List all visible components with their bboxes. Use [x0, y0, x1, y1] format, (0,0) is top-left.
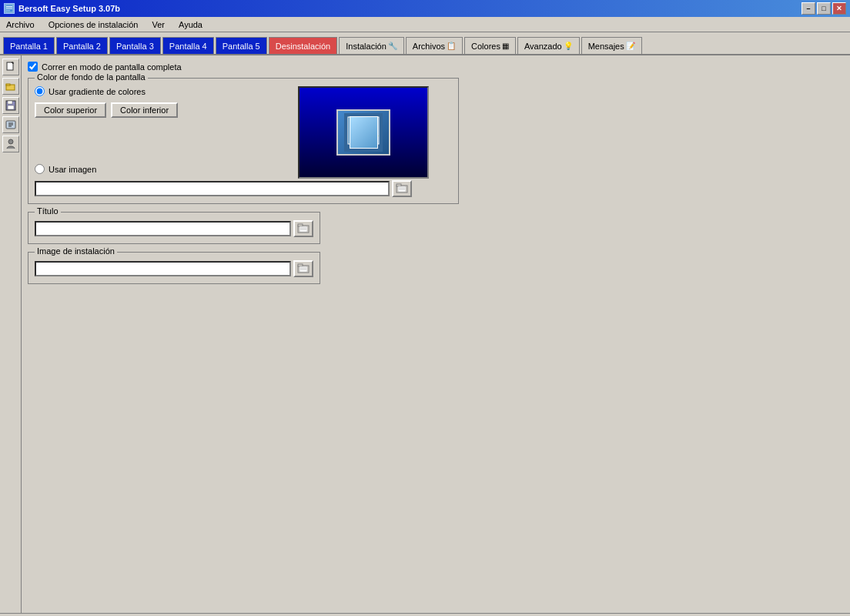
tab-pantalla1[interactable]: Pantalla 1 [3, 37, 55, 54]
svg-rect-21 [397, 184, 401, 186]
menu-ver[interactable]: Ver [149, 19, 168, 30]
svg-rect-9 [8, 101, 12, 104]
imagen-instalacion-input[interactable] [35, 261, 291, 276]
svg-rect-7 [6, 84, 10, 85]
imagen-instalacion-group: Image de instalación [28, 252, 320, 284]
imagen-instalacion-input-row [35, 260, 313, 277]
tab-pantalla4[interactable]: Pantalla 4 [162, 37, 214, 54]
fullscreen-label: Correr en modo de pantalla completa [42, 62, 182, 72]
title-bar-left: Bersoft Easy Setup 3.07b [4, 3, 120, 14]
svg-rect-17 [348, 117, 379, 144]
tab-pantalla2[interactable]: Pantalla 2 [56, 37, 108, 54]
svg-rect-31 [298, 264, 303, 266]
titulo-input[interactable] [35, 221, 291, 236]
radio-gradiente-label: Usar gradiente de colores [49, 87, 146, 96]
titulo-group: Título [28, 212, 320, 244]
radio-imagen[interactable] [35, 164, 45, 174]
imagen-instalacion-browse-button[interactable] [293, 260, 313, 277]
svg-rect-3 [6, 10, 10, 12]
close-button[interactable]: ✕ [832, 2, 846, 15]
svg-rect-32 [300, 266, 307, 272]
status-bar [0, 613, 850, 616]
color-fondo-inner: Usar gradiente de colores Color superior… [35, 86, 452, 197]
svg-rect-16 [344, 113, 383, 152]
titulo-legend: Título [35, 206, 61, 216]
tab-pantalla3[interactable]: Pantalla 3 [109, 37, 161, 54]
tab-avanzado[interactable]: Avanzado 💡 [517, 37, 580, 54]
save-icon[interactable] [2, 97, 19, 114]
svg-rect-2 [6, 8, 12, 10]
menu-ayuda[interactable]: Ayuda [176, 19, 206, 30]
open-icon[interactable] [2, 78, 19, 95]
imagen-instalacion-legend: Image de instalación [35, 246, 117, 256]
svg-point-15 [8, 139, 13, 144]
title-bar-title: Bersoft Easy Setup 3.07b [18, 4, 120, 13]
new-icon[interactable] [2, 59, 19, 75]
tabs-row: Pantalla 1 Pantalla 2 Pantalla 3 Pantall… [0, 32, 850, 55]
color-inferior-button[interactable]: Color inferior [111, 102, 178, 118]
svg-rect-18 [350, 119, 366, 139]
maximize-button[interactable]: □ [817, 2, 831, 15]
app-icon [4, 3, 15, 14]
fullscreen-checkbox-row: Correr en modo de pantalla completa [28, 62, 844, 72]
tab-pantalla5[interactable]: Pantalla 5 [216, 37, 267, 54]
usar-imagen-row [35, 180, 412, 197]
menu-opciones[interactable]: Opciones de instalación [45, 19, 142, 30]
titulo-input-row [35, 220, 313, 237]
title-bar-buttons: – □ ✕ [801, 2, 846, 15]
preview-image [336, 109, 390, 156]
svg-rect-27 [300, 226, 307, 232]
tab-mensajes[interactable]: Mensajes 📝 [581, 37, 642, 54]
svg-rect-1 [6, 6, 12, 8]
tab-instalacion[interactable]: Instalación 🔧 [339, 37, 404, 54]
minimize-button[interactable]: – [801, 2, 815, 15]
radio-imagen-label: Usar imagen [49, 165, 96, 174]
svg-rect-26 [298, 224, 303, 226]
usar-imagen-browse-button[interactable] [392, 180, 412, 197]
tab-desinstalacion[interactable]: Desinstalación [269, 37, 338, 54]
preview-box [298, 86, 429, 179]
svg-rect-22 [398, 186, 406, 192]
menu-bar: Archivo Opciones de instalación Ver Ayud… [0, 17, 850, 32]
content-area: Correr en modo de pantalla completa Colo… [22, 55, 850, 613]
svg-point-19 [368, 119, 374, 126]
menu-archivo[interactable]: Archivo [3, 19, 38, 30]
title-bar: Bersoft Easy Setup 3.07b – □ ✕ [0, 0, 850, 17]
fullscreen-checkbox[interactable] [28, 62, 38, 72]
svg-rect-10 [8, 105, 14, 109]
tab-colores[interactable]: Colores ▦ [464, 37, 516, 54]
titulo-browse-button[interactable] [293, 220, 313, 237]
user-icon[interactable] [2, 136, 19, 152]
color-fondo-group: Color de fondo de la pantalla Usar gradi… [28, 78, 459, 204]
build-icon[interactable] [2, 116, 19, 133]
color-superior-button[interactable]: Color superior [35, 102, 106, 118]
tab-archivos[interactable]: Archivos 📋 [406, 37, 463, 54]
color-fondo-legend: Color de fondo de la pantalla [35, 72, 148, 82]
radio-gradiente[interactable] [35, 86, 45, 96]
toolbar-left [0, 55, 22, 613]
usar-imagen-input[interactable] [35, 181, 390, 196]
